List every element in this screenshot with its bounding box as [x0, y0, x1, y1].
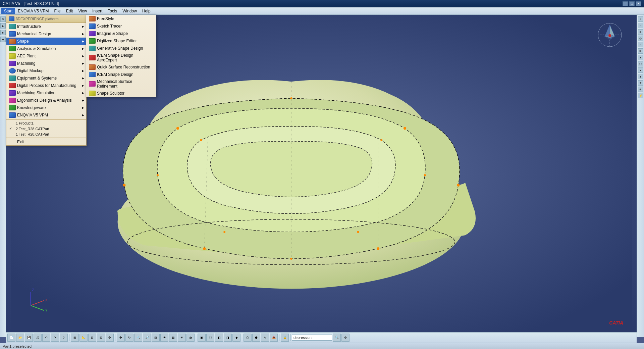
menu-enqvia[interactable]: ENQVIA V5 VPM ▶	[6, 111, 86, 119]
bt-move[interactable]: ✥	[117, 334, 125, 342]
bt-redo[interactable]: ↷	[51, 334, 59, 342]
left-tool-2[interactable]: ▶	[0, 23, 6, 29]
svg-point-10	[223, 231, 225, 233]
right-tool-4[interactable]: ◎	[638, 36, 643, 41]
menu-equipment[interactable]: Equipment & Systems ▶	[6, 74, 86, 82]
bt-edge[interactable]: ◨	[224, 334, 232, 342]
right-tool-9[interactable]: ●	[638, 67, 643, 73]
menu-insert[interactable]: Insert	[90, 8, 105, 14]
menu-machining-sim[interactable]: Machining Simulation ▶	[6, 89, 86, 97]
submenu-generative-shape[interactable]: Generative Shape Design	[86, 45, 156, 52]
bt-measure[interactable]: 📐	[79, 334, 88, 342]
left-tool-1[interactable]: ⚙	[0, 16, 6, 22]
bt-mat[interactable]: ◆	[232, 334, 240, 342]
aec-icon	[9, 53, 16, 59]
bt-grid[interactable]: ⊟	[88, 334, 96, 342]
right-tool-8[interactable]: ⬡	[638, 61, 643, 66]
bt-axis[interactable]: ✛	[106, 334, 114, 342]
bt-display[interactable]: ▣	[198, 334, 206, 342]
svg-point-5	[377, 247, 379, 250]
right-tool-2[interactable]: ↔	[638, 23, 643, 28]
menu-window[interactable]: Window	[120, 8, 140, 14]
menu-analysis[interactable]: Analysis & Simulation ▶	[6, 45, 86, 52]
bt-section[interactable]: ▦	[169, 334, 177, 342]
submenu-sketch-tracer[interactable]: Sketch Tracer	[86, 22, 156, 30]
minimize-button[interactable]: —	[623, 1, 628, 6]
right-tool-7[interactable]: ♦	[638, 55, 643, 60]
bt-light[interactable]: ☀	[178, 334, 186, 342]
menubar: Start ENOVIA V5 VPM File Edit View Inser…	[0, 7, 644, 15]
menu-exit[interactable]: Exit	[6, 139, 86, 145]
right-tool-5[interactable]: ≡	[638, 42, 643, 47]
right-tool-10[interactable]: ▲	[638, 74, 643, 79]
bt-save[interactable]: 💾	[25, 334, 33, 342]
compass-widget[interactable]	[596, 21, 623, 48]
svg-point-2	[123, 184, 126, 187]
bt-rotate[interactable]: ↻	[125, 334, 133, 342]
right-tool-1[interactable]: ↑	[638, 16, 643, 22]
search-input[interactable]	[292, 335, 332, 341]
menu-infrastructure[interactable]: Infrastructure ▶	[6, 23, 86, 30]
menu-edit[interactable]: Edit	[63, 8, 76, 14]
submenu-icem-aero[interactable]: ICEM Shape Design AeroExpert	[86, 52, 156, 63]
menu-knowledgeware[interactable]: Knowledgeware ▶	[6, 104, 86, 111]
bt-part[interactable]: ⬡	[244, 334, 252, 342]
recent-product1[interactable]: 1 Product1	[6, 120, 86, 126]
recent-test-r28[interactable]: ✓ 2 Test_R28.CATPart	[6, 126, 86, 132]
bt-shade[interactable]: ◧	[215, 334, 223, 342]
right-tool-6[interactable]: ⊞	[638, 48, 643, 54]
bt-fit[interactable]: ⊡	[152, 334, 160, 342]
ergonomics-icon	[9, 98, 16, 103]
menu-start[interactable]: Start	[1, 8, 15, 14]
menu-digital-process[interactable]: Digital Process for Manufacturing ▶	[6, 82, 86, 89]
bt-wire[interactable]: ⬚	[206, 334, 214, 342]
bt-product[interactable]: ⬢	[252, 334, 260, 342]
recent-test-catpart[interactable]: 1 Test_R28.CATPart	[6, 132, 86, 137]
menu-aec[interactable]: AEC Plant ▶	[6, 52, 86, 60]
bt-filter[interactable]: ⚙	[341, 334, 350, 342]
bt-new[interactable]: 📄	[7, 334, 15, 342]
bt-undo[interactable]: ↶	[42, 334, 50, 342]
submenu-freestyle[interactable]: FreeStyle	[86, 15, 156, 22]
bt-ref[interactable]: ⊠	[97, 334, 105, 342]
menu-digital-mockup[interactable]: Digital Mockup ▶	[6, 67, 86, 74]
right-tool-13[interactable]: ⚡	[638, 93, 643, 98]
menu-help[interactable]: Help	[140, 8, 153, 14]
left-tool-3[interactable]: ■	[0, 30, 6, 35]
maximize-button[interactable]: □	[629, 1, 635, 6]
shape-sculptor-icon	[89, 91, 96, 96]
submenu-quick-surface[interactable]: Quick Surface Reconstruction	[86, 63, 156, 71]
bt-help[interactable]: ?	[60, 334, 68, 342]
menu-tools[interactable]: Tools	[105, 8, 120, 14]
bt-zoom-out[interactable]: 🔎	[143, 334, 151, 342]
menu-mechanical-design[interactable]: Mechanical Design ▶	[6, 30, 86, 38]
bt-search[interactable]: 🔍	[333, 334, 341, 342]
right-tool-3[interactable]: ⊕	[638, 29, 643, 35]
menu-machining[interactable]: Machining ▶	[6, 60, 86, 67]
menu-view[interactable]: View	[75, 8, 90, 14]
submenu-imagine-shape[interactable]: Imagine & Shape	[86, 30, 156, 37]
bt-lock[interactable]: 🔒	[281, 334, 289, 342]
left-tool-4[interactable]: ◆	[0, 37, 6, 42]
close-button[interactable]: ✕	[636, 1, 641, 6]
menu-ergonomics[interactable]: Ergonomics Design & Analysis ▶	[6, 97, 86, 104]
menu-enovia[interactable]: ENOVIA V5 VPM	[15, 8, 51, 14]
bt-render[interactable]: ◑	[186, 334, 195, 342]
icem-shape-icon	[89, 72, 96, 77]
bt-open[interactable]: 📂	[16, 334, 24, 342]
menu-shape[interactable]: Shape ▶	[6, 38, 86, 45]
right-tool-11[interactable]: ★	[638, 80, 643, 86]
bt-print[interactable]: 🖨	[34, 334, 42, 342]
bt-spec[interactable]: ≋	[261, 334, 269, 342]
bt-view[interactable]: 👁	[160, 334, 168, 342]
menu-file[interactable]: File	[51, 8, 63, 14]
submenu-shape-sculptor[interactable]: Shape Sculptor	[86, 90, 156, 97]
bt-zoom-in[interactable]: 🔍	[134, 334, 142, 342]
right-tool-12[interactable]: ⊗	[638, 87, 643, 92]
titlebar: CATIA V5 - [Test_R28.CATPart] — □ ✕	[0, 0, 644, 7]
bt-snap[interactable]: ⊞	[71, 334, 79, 342]
submenu-mech-surface[interactable]: Mechanical Surface Refinement	[86, 78, 156, 90]
submenu-digitized-shape[interactable]: Digitized Shape Editor	[86, 37, 156, 45]
submenu-icem-shape[interactable]: ICEM Shape Design	[86, 71, 156, 78]
bt-export[interactable]: 📤	[270, 334, 278, 342]
